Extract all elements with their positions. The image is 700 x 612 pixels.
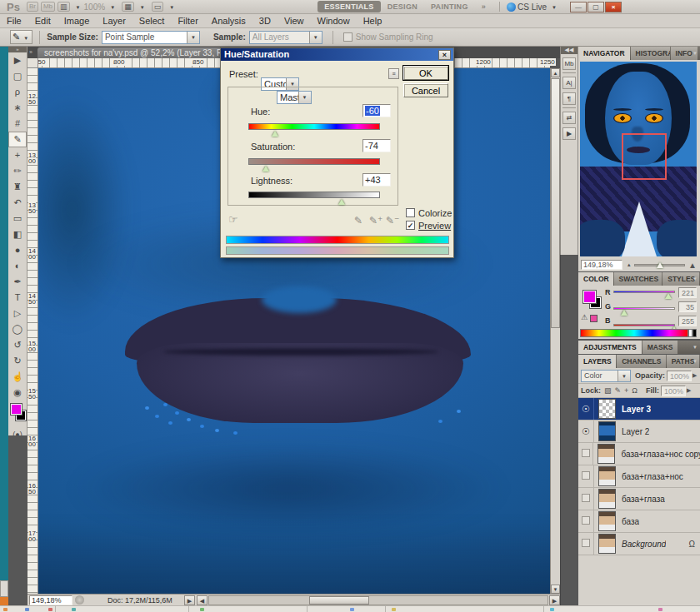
minimize-button[interactable]: — <box>570 2 587 12</box>
cancel-button[interactable]: Cancel <box>403 83 448 97</box>
zoom-level-value[interactable]: 100% <box>84 2 106 12</box>
layer-row-background[interactable]: Background Ω <box>578 533 700 555</box>
g-value[interactable]: 35 <box>678 301 697 312</box>
layer-visibility-toggle[interactable] <box>578 465 594 487</box>
layers-panel-menu-icon[interactable]: ▼ <box>692 359 698 364</box>
workspace-essentials[interactable]: ESSENTIALS <box>318 1 381 12</box>
zoom-percent-field[interactable]: 149,18% <box>29 595 72 605</box>
tool-eraser[interactable]: ▭ <box>8 211 27 226</box>
zoom-in-mountain-icon[interactable]: ▲ <box>688 261 697 270</box>
fill-slider-arrow[interactable]: ▶ <box>687 387 691 394</box>
menu-help[interactable]: Help <box>357 14 389 28</box>
channel-dropdown[interactable]: Master <box>277 91 312 104</box>
workspace-painting[interactable]: PAINTING <box>424 1 475 12</box>
screen-mode-dropdown-arrow[interactable] <box>166 2 176 12</box>
sample-size-dropdown[interactable]: Point Sample <box>102 31 200 44</box>
tool-type[interactable]: T <box>8 290 27 306</box>
layer-row-baza-glaza-nos[interactable]: база+глаза+нос <box>578 465 700 488</box>
menu-edit[interactable]: Edit <box>28 14 58 28</box>
cs-live-dropdown-arrow[interactable] <box>548 2 558 12</box>
tool-pen[interactable]: ✒ <box>8 274 27 290</box>
actions-panel-icon[interactable]: ▶ <box>562 127 576 140</box>
gamut-swatch[interactable] <box>590 315 598 322</box>
dialog-title-bar[interactable]: Hue/Saturation × <box>221 48 453 61</box>
saturation-slider[interactable] <box>248 158 380 165</box>
layer-visibility-toggle[interactable] <box>578 443 593 465</box>
view-extras-dropdown-arrow[interactable] <box>72 2 82 12</box>
close-button[interactable]: × <box>605 2 622 12</box>
taskbar-app-icon[interactable] <box>3 608 8 611</box>
g-slider-thumb[interactable] <box>621 310 628 316</box>
colorize-checkbox[interactable] <box>406 208 415 217</box>
b-slider[interactable] <box>613 324 675 326</box>
menu-filter[interactable]: Filter <box>171 14 204 28</box>
r-slider-thumb[interactable] <box>665 293 672 299</box>
tab-channels[interactable]: CHANNELS <box>617 355 666 368</box>
saturation-slider-thumb[interactable] <box>262 166 269 172</box>
taskbar-app-icon[interactable] <box>550 608 554 611</box>
tool-crop[interactable]: # <box>8 116 27 132</box>
tool-dodge[interactable]: ◐ <box>8 258 27 274</box>
tool-3d-rotate[interactable]: ↺ <box>8 337 27 353</box>
navigator-view-box[interactable] <box>622 133 667 180</box>
taskbar-app-icon[interactable] <box>658 608 662 611</box>
layer-thumbnail[interactable] <box>598 511 616 531</box>
menu-select[interactable]: Select <box>132 14 172 28</box>
tool-blur[interactable]: ● <box>8 242 27 258</box>
tab-masks[interactable]: MASKS <box>642 341 678 354</box>
layer-visibility-toggle[interactable]: ☉ <box>578 398 594 420</box>
layer-row-layer3[interactable]: ☉ Layer 3 <box>578 398 700 420</box>
taskbar-app-icon[interactable] <box>25 608 29 611</box>
tool-rectangular-marquee[interactable]: ▢ <box>8 68 27 84</box>
tab-navigator[interactable]: NAVIGATOR <box>578 47 630 60</box>
b-value[interactable]: 255 <box>678 316 697 326</box>
tool-clone-stamp[interactable]: ♜ <box>8 179 27 195</box>
mini-bridge-button[interactable]: Mb <box>41 2 55 12</box>
layer-thumbnail[interactable] <box>598 466 616 486</box>
tab-adjustments[interactable]: ADJUSTMENTS <box>578 341 642 354</box>
color-panel-menu-icon[interactable]: ▼ <box>692 276 698 281</box>
tool-eyedropper[interactable]: ✎ <box>8 132 27 147</box>
layer-row-baza[interactable]: база <box>578 510 700 533</box>
taskbar-app-icon[interactable] <box>392 608 396 611</box>
layer-visibility-toggle[interactable]: ☉ <box>578 420 594 442</box>
layer-visibility-toggle[interactable] <box>578 488 594 510</box>
tool-move[interactable]: ▶ <box>8 52 27 68</box>
tab-histogram[interactable]: HISTOGRAM <box>631 47 670 60</box>
dialog-close-icon[interactable]: × <box>438 50 451 60</box>
arrange-dropdown-arrow[interactable] <box>137 2 147 12</box>
tool-3d-orbit[interactable]: ↻ <box>8 353 27 369</box>
maximize-button[interactable]: ▢ <box>588 2 604 12</box>
tab-swatches[interactable]: SWATCHES <box>614 272 662 286</box>
tool-preset-button[interactable]: ✎ <box>10 30 32 44</box>
lock-transparency-icon[interactable]: ▨ <box>604 386 612 395</box>
menu-file[interactable]: File <box>0 14 28 28</box>
taskbar-app-icon[interactable] <box>72 608 76 611</box>
navigator-zoom-thumb[interactable] <box>657 262 663 268</box>
arrange-documents-icon[interactable]: ▦ <box>122 2 134 12</box>
ok-button[interactable]: OK <box>403 66 448 80</box>
taskbar-app-icon[interactable] <box>350 608 354 611</box>
tool-lasso[interactable]: ρ <box>8 84 27 100</box>
fill-value[interactable]: 100% <box>661 386 686 396</box>
tool-history-brush[interactable]: ↶ <box>8 195 27 211</box>
menu-3d[interactable]: 3D <box>252 14 278 28</box>
horizontal-scroll-thumb[interactable] <box>309 596 369 605</box>
hue-slider-thumb[interactable] <box>272 131 278 137</box>
preview-checkbox[interactable]: ✓ <box>406 221 415 230</box>
bridge-button[interactable]: Br <box>27 2 38 12</box>
lightness-input[interactable]: +43 <box>362 173 391 187</box>
tool-path-selection[interactable]: ▷ <box>8 306 27 321</box>
adjustments-panel-menu-icon[interactable]: ▼ <box>692 345 698 350</box>
lock-all-icon[interactable]: Ω <box>632 386 638 395</box>
lightness-slider-thumb[interactable] <box>338 199 345 205</box>
tool-brush[interactable]: ✏ <box>8 163 27 179</box>
navigator-zoom-field[interactable]: 149,18% <box>581 260 622 270</box>
layer-row-baza-glaza[interactable]: база+глаза <box>578 488 700 510</box>
tab-layers[interactable]: LAYERS <box>578 355 616 368</box>
status-menu-arrow[interactable]: ▶ <box>184 595 195 605</box>
preset-options-icon[interactable]: ≡ <box>388 68 399 79</box>
opacity-slider-arrow[interactable]: ▶ <box>692 372 697 379</box>
zoom-out-mountain-icon[interactable]: ▴ <box>628 261 631 268</box>
gamut-warning-icon[interactable]: ⚠ <box>581 313 588 321</box>
